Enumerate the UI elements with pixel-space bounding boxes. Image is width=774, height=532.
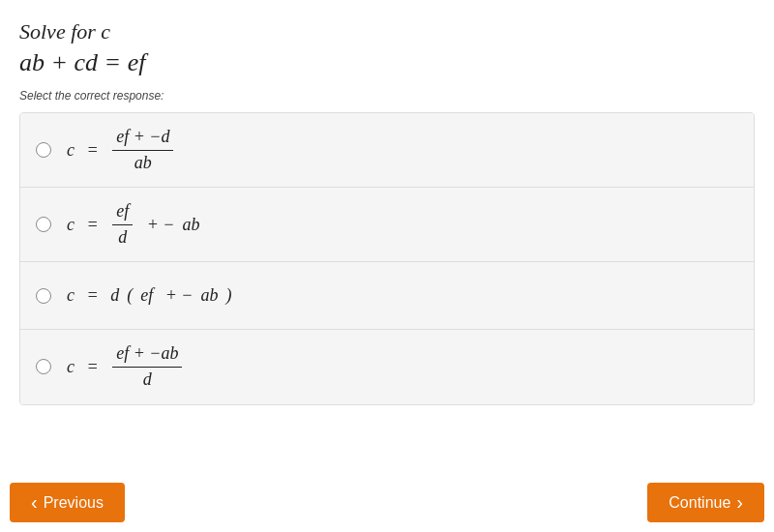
radio-option-4[interactable] — [36, 359, 51, 374]
footer: Previous Continue — [0, 473, 774, 532]
option-1-row[interactable]: c = ef + −d ab — [20, 113, 754, 188]
equation-text: ab + cd = ef — [19, 48, 145, 76]
chevron-right-icon — [736, 492, 743, 513]
previous-label: Previous — [44, 494, 104, 512]
previous-button[interactable]: Previous — [10, 483, 125, 522]
radio-option-3[interactable] — [36, 288, 51, 304]
option-2-row[interactable]: c = ef d + −ab — [20, 188, 754, 262]
fraction-1: ef + −d ab — [112, 127, 173, 173]
problem-title: Solve for c — [19, 19, 755, 44]
option-3-row[interactable]: c = d(ef + −ab) — [20, 262, 754, 330]
option-3-math: c = d(ef + −ab) — [67, 285, 231, 306]
options-container: c = ef + −d ab c = ef d + −ab — [19, 112, 755, 405]
option-1-math: c = ef + −d ab — [67, 127, 175, 173]
option-4-row[interactable]: c = ef + −ab d — [20, 330, 754, 403]
continue-button[interactable]: Continue — [647, 483, 764, 522]
main-content: Solve for c ab + cd = ef Select the corr… — [0, 0, 774, 473]
option-4-math: c = ef + −ab d — [67, 343, 184, 390]
instruction-text: Select the correct response: — [19, 89, 755, 103]
problem-equation: ab + cd = ef — [19, 48, 755, 77]
continue-label: Continue — [669, 494, 730, 512]
fraction-4: ef + −ab d — [112, 343, 182, 390]
option-2-math: c = ef d + −ab — [67, 201, 199, 248]
radio-option-1[interactable] — [36, 142, 51, 158]
chevron-left-icon — [31, 492, 38, 513]
fraction-2: ef d — [112, 201, 133, 248]
radio-option-2[interactable] — [36, 217, 51, 232]
